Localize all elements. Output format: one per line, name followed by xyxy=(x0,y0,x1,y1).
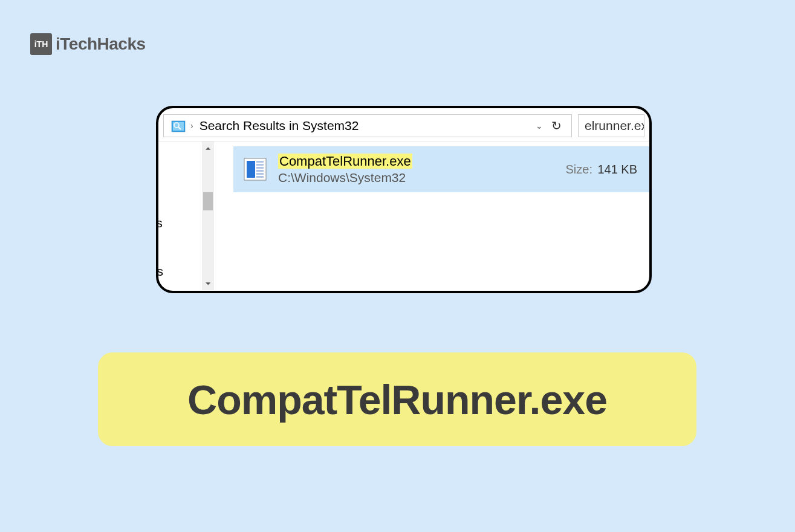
results-pane: CompatTelRunner.exe C:\Windows\System32 … xyxy=(214,141,649,290)
executable-file-icon xyxy=(242,156,268,183)
address-dropdown-icon[interactable]: ⌄ xyxy=(532,121,547,131)
brand-name: iTechHacks xyxy=(56,34,146,54)
brand-logo-icon: iTH xyxy=(30,33,52,55)
file-size-label: Size: xyxy=(565,163,592,176)
svg-rect-10 xyxy=(256,173,264,175)
scroll-down-icon[interactable]: ⏷ xyxy=(202,278,214,289)
nav-item[interactable]: nts xyxy=(158,264,163,279)
title-text: CompatTelRunner.exe xyxy=(187,376,607,423)
search-folder-icon xyxy=(171,119,186,132)
content-area: cts nts ⏶ ⏷ xyxy=(158,141,649,290)
address-bar[interactable]: › Search Results in System32 ⌄ ↻ xyxy=(163,114,572,137)
breadcrumb-text: Search Results in System32 xyxy=(200,118,532,133)
file-size-value: 141 KB xyxy=(597,163,637,176)
search-query-text: elrunner.ex xyxy=(585,118,644,133)
brand-watermark: iTH iTechHacks xyxy=(30,33,146,55)
svg-rect-6 xyxy=(256,161,264,163)
svg-rect-5 xyxy=(247,161,255,178)
svg-rect-8 xyxy=(256,167,264,169)
scroll-up-icon[interactable]: ⏶ xyxy=(202,143,214,154)
brand-logo-text: iTH xyxy=(34,39,48,49)
explorer-window: › Search Results in System32 ⌄ ↻ elrunne… xyxy=(156,106,652,293)
svg-rect-9 xyxy=(256,170,264,172)
nav-item[interactable]: cts xyxy=(158,216,163,230)
title-banner: CompatTelRunner.exe xyxy=(98,352,696,446)
search-result-item[interactable]: CompatTelRunner.exe C:\Windows\System32 … xyxy=(233,146,649,192)
address-bar-row: › Search Results in System32 ⌄ ↻ elrunne… xyxy=(158,108,649,141)
search-input[interactable]: elrunner.ex xyxy=(578,114,644,137)
breadcrumb-separator-icon: › xyxy=(190,121,193,131)
svg-rect-7 xyxy=(256,164,264,166)
file-size: Size: 141 KB xyxy=(565,163,637,177)
svg-rect-11 xyxy=(256,176,264,178)
scroll-thumb[interactable] xyxy=(203,192,213,210)
file-name: CompatTelRunner.exe xyxy=(278,154,412,169)
file-path: C:\Windows\System32 xyxy=(278,170,556,185)
refresh-button[interactable]: ↻ xyxy=(547,118,566,133)
nav-scrollbar[interactable]: ⏶ ⏷ xyxy=(202,141,214,290)
file-info: CompatTelRunner.exe C:\Windows\System32 xyxy=(278,154,556,185)
navigation-pane: cts nts ⏶ ⏷ xyxy=(158,141,214,290)
